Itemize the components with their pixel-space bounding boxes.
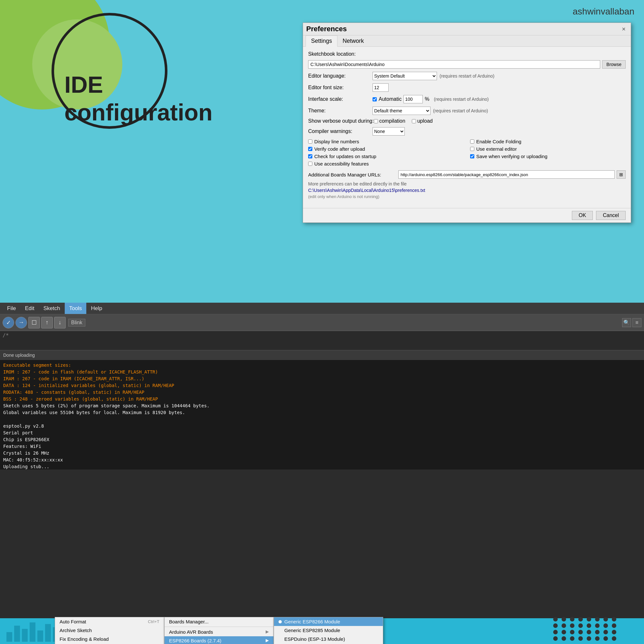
console-line: IRAM : 267 - code in IRAM (ICACHE_IRAM_A… — [3, 375, 641, 382]
console-line — [3, 416, 641, 423]
dots-pattern — [553, 617, 618, 641]
editor-language-select[interactable]: System Default — [373, 72, 437, 80]
check-display-line-numbers: Display line numbers — [308, 139, 464, 144]
pref-file-path: C:\Users\Ashwin\AppData\Local\Arduino15\… — [308, 188, 626, 193]
decoration-dot — [562, 630, 566, 634]
esp8266-boards[interactable]: ESP8266 Boards (2.7.4)▶ — [165, 636, 273, 644]
menu-sketch[interactable]: Sketch — [39, 303, 65, 314]
decoration-dot — [612, 636, 616, 641]
boards-manager[interactable]: Boards Manager... — [165, 617, 273, 626]
verbose-upload-checkbox[interactable] — [412, 119, 416, 123]
dialog-tabs: Settings Network — [303, 35, 631, 47]
open-button[interactable]: ↑ — [41, 317, 53, 328]
console-line: MAC: 40:f5:52:xx:xx:xx — [3, 457, 641, 463]
console-line: Crystal is 26 MHz — [3, 450, 641, 457]
ok-button[interactable]: OK — [572, 211, 593, 220]
compile-button[interactable]: ✓ — [3, 317, 14, 328]
enable-code-folding-checkbox[interactable] — [470, 139, 474, 144]
decoration-dot — [570, 630, 574, 634]
tab-network[interactable]: Network — [337, 35, 369, 46]
browse-button[interactable]: Browse — [602, 60, 626, 69]
console-line: BSS : 248 - zeroed variables (global, st… — [3, 396, 641, 403]
boards-list: Generic ESP8266 ModuleGeneric ESP8285 Mo… — [274, 617, 383, 644]
boards-submenu: Boards Manager... Arduino AVR Boards▶ ES… — [164, 617, 274, 644]
console-line: Global variables use 55104 bytes for loc… — [3, 409, 641, 416]
menu-help[interactable]: Help — [86, 303, 107, 314]
sketchbook-row: Sketchbook location: — [308, 51, 626, 57]
new-button[interactable]: ☐ — [28, 317, 40, 328]
decoration-dot — [603, 623, 608, 628]
sketchbook-input[interactable] — [308, 60, 600, 69]
top-section: ashwinvallaban IDE configuration Prefere… — [0, 0, 644, 309]
save-when-verifying-checkbox[interactable] — [470, 154, 474, 158]
decoration-dot — [603, 617, 608, 621]
decoration-dot — [587, 636, 591, 641]
decoration-dot — [570, 636, 574, 641]
verify-after-upload-checkbox[interactable] — [308, 147, 312, 151]
ide-status: Done uploading — [0, 350, 644, 360]
decoration-dot — [595, 617, 600, 621]
decoration-dot — [587, 623, 591, 628]
console-line: RODATA: 488 - constants (global, static)… — [3, 389, 641, 396]
decoration-dot — [603, 630, 608, 634]
decoration-dot — [595, 623, 600, 628]
decoration-dot — [553, 636, 558, 641]
menu-fix-encoding[interactable]: Fix Encoding & Reload — [55, 635, 164, 643]
editor-font-size-input[interactable] — [373, 83, 389, 92]
scale-auto-checkbox[interactable] — [373, 97, 377, 101]
console-line: Uploading stub... — [3, 463, 641, 469]
console-line: DATA : 124 - initialized variables (glob… — [3, 382, 641, 389]
board-list-item[interactable]: Generic ESP8266 Module — [274, 617, 383, 626]
menu-edit[interactable]: Edit — [20, 303, 39, 314]
compiler-warnings-select[interactable]: None — [373, 127, 405, 136]
decoration-dot — [562, 617, 566, 621]
pref-file-description: More preferences can be edited directly … — [308, 181, 626, 186]
display-line-numbers-checkbox[interactable] — [308, 139, 312, 144]
scale-pct: % — [425, 96, 429, 102]
theme-note: (requires restart of Arduino) — [433, 108, 488, 113]
tab-settings[interactable]: Settings — [306, 35, 337, 47]
ide-menubar: File Edit Sketch Tools Help — [0, 303, 644, 314]
dialog-close-button[interactable]: × — [620, 25, 628, 33]
menu-auto-format[interactable]: Auto FormatCtrl+T — [55, 617, 164, 626]
use-external-editor-checkbox[interactable] — [470, 147, 474, 151]
menu-archive-sketch[interactable]: Archive Sketch — [55, 626, 164, 635]
verbose-compilation-checkbox[interactable] — [374, 119, 378, 123]
board-list-item[interactable]: ESPDuino (ESP-13 Module) — [274, 635, 383, 643]
editor-font-size-label: Editor font size: — [308, 85, 373, 90]
theme-select[interactable]: Default theme — [373, 107, 431, 115]
arduino-avr-boards[interactable]: Arduino AVR Boards▶ — [165, 628, 273, 636]
ide-config-text: IDE configuration — [64, 71, 213, 127]
decoration-dot — [562, 623, 566, 628]
scale-value-input[interactable] — [403, 95, 423, 103]
upload-button[interactable]: → — [15, 317, 27, 328]
updates-on-startup-checkbox[interactable] — [308, 154, 312, 158]
decoration-dot — [570, 623, 574, 628]
decoration-dot — [553, 630, 558, 634]
sketchbook-input-row: Browse — [308, 60, 626, 69]
decoration-dot — [603, 636, 608, 641]
menu-file[interactable]: File — [3, 303, 20, 314]
save-button[interactable]: ↓ — [54, 317, 66, 328]
decoration-dot — [553, 617, 558, 621]
dialog-body: Sketchbook location: Browse Editor langu… — [303, 47, 631, 208]
serial-plotter-icon[interactable]: ≡ — [632, 318, 641, 327]
sketch-name: Blink — [68, 319, 85, 327]
decoration-dot — [562, 636, 566, 641]
serial-monitor-icon[interactable]: 🔍 — [622, 318, 631, 327]
cancel-button[interactable]: Cancel — [596, 211, 626, 220]
decoration-dot — [587, 630, 591, 634]
ide-console: Executable segment sizes:IROM : 267 - co… — [0, 360, 644, 469]
checkboxes-grid: Display line numbers Enable Code Folding… — [308, 139, 626, 166]
boards-url-input[interactable] — [398, 170, 615, 179]
board-list-item[interactable]: Generic ESP8285 Module — [274, 626, 383, 635]
boards-url-btn[interactable]: ⊞ — [617, 170, 626, 179]
pref-edit-note: (edit only when Arduino is not running) — [308, 194, 626, 199]
decoration-dot — [578, 630, 583, 634]
accessibility-checkbox[interactable] — [308, 162, 312, 166]
check-save-when-verifying: Save when verifying or uploading — [470, 154, 626, 159]
check-use-external-editor: Use external editor — [470, 146, 626, 152]
console-line: Sketch uses 5 bytes (2%) of program stor… — [3, 403, 641, 409]
editor-language-note: (requires restart of Arduino) — [440, 73, 494, 79]
menu-tools[interactable]: Tools — [65, 303, 87, 314]
